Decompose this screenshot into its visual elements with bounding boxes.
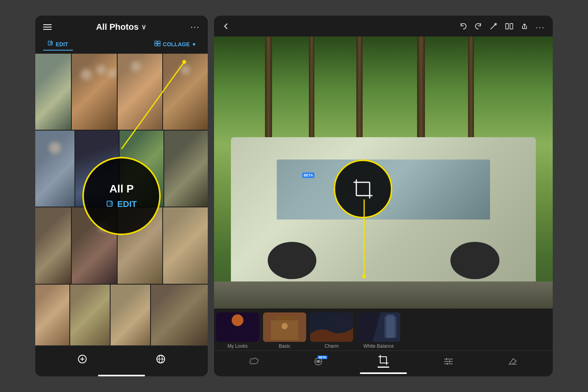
- svg-rect-36: [380, 357, 387, 363]
- grid-cell-person[interactable]: [35, 131, 74, 207]
- left-panel: All Photos ∨ ··· EDIT: [35, 16, 208, 376]
- more-options-icon[interactable]: ···: [191, 22, 200, 32]
- charm-label: Charm: [325, 343, 339, 349]
- grid-cell-catface[interactable]: [111, 285, 150, 345]
- grid-cell-room[interactable]: [35, 207, 71, 283]
- back-button[interactable]: [222, 22, 230, 32]
- svg-point-45: [448, 360, 451, 363]
- hamburger-icon[interactable]: [43, 24, 52, 30]
- edit-tab-icon: [48, 41, 53, 47]
- svg-point-44: [445, 358, 448, 360]
- crop-active-indicator: [377, 367, 389, 368]
- more-options-right-icon[interactable]: ···: [535, 22, 545, 33]
- svg-rect-1: [154, 41, 157, 44]
- eraser-tool-button[interactable]: [508, 357, 518, 366]
- svg-point-25: [232, 314, 243, 326]
- grid-cell-car[interactable]: [35, 54, 71, 130]
- grid-cell-shoe[interactable]: [35, 285, 69, 345]
- white-balance-thumbnail: [357, 312, 400, 342]
- tool-charm[interactable]: Charm: [308, 312, 355, 349]
- collage-tab-label: COLLAGE: [163, 41, 190, 47]
- share-button[interactable]: [521, 22, 528, 32]
- right-header-actions: ···: [459, 22, 545, 33]
- globe-icon[interactable]: [153, 351, 169, 367]
- collage-active-dot: [193, 43, 195, 45]
- basic-label: Basic: [279, 343, 290, 349]
- my-looks-label: My Looks: [227, 343, 247, 349]
- right-header: ···: [214, 16, 553, 36]
- grid-cell-restaurant3[interactable]: [163, 54, 208, 130]
- collage-tab-icon: [154, 41, 161, 47]
- tab-edit[interactable]: EDIT: [43, 38, 73, 51]
- tab-collage[interactable]: COLLAGE: [150, 38, 200, 51]
- main-container: All Photos ∨ ··· EDIT: [35, 16, 553, 376]
- svg-rect-28: [275, 316, 294, 320]
- grid-cell-catface2[interactable]: [151, 285, 208, 345]
- left-bottom-bar: [35, 345, 208, 372]
- grid-cell-restaurant1[interactable]: [72, 54, 116, 130]
- svg-rect-3: [154, 44, 157, 46]
- grid-cell-cat2[interactable]: [163, 207, 208, 283]
- beta-badge: BETA: [302, 172, 315, 178]
- redo-button[interactable]: [474, 22, 482, 32]
- ai-beta-badge: BETA: [318, 356, 327, 359]
- chevron-down-icon: ∨: [141, 23, 146, 31]
- basic-thumbnail: [263, 312, 306, 342]
- svg-point-46: [446, 363, 448, 365]
- white-balance-label: White Balance: [363, 343, 394, 349]
- grid-row-4: [35, 285, 208, 345]
- tool-my-looks[interactable]: My Looks: [214, 312, 261, 349]
- home-indicator-left: [98, 375, 145, 376]
- grid-cell-prison[interactable]: [164, 131, 208, 207]
- svg-point-35: [317, 360, 319, 363]
- right-panel: ···: [214, 16, 553, 376]
- ai-tool-button[interactable]: BETA: [313, 357, 323, 366]
- svg-point-29: [281, 323, 288, 329]
- grid-cell-restaurant2[interactable]: [118, 54, 162, 130]
- svg-rect-15: [506, 24, 508, 29]
- annotation-circle-crop: [334, 160, 392, 218]
- magic-wand-icon[interactable]: [489, 22, 498, 33]
- bottom-icon-bar: BETA: [214, 350, 553, 371]
- split-view-icon[interactable]: [505, 22, 514, 33]
- charm-thumbnail: [310, 312, 353, 342]
- undo-button[interactable]: [459, 22, 467, 32]
- annotation-circle-edit: [82, 157, 161, 235]
- tool-white-balance[interactable]: White Balance: [355, 312, 402, 349]
- header-title[interactable]: All Photos ∨: [96, 22, 146, 32]
- crop-tool-button[interactable]: [377, 355, 389, 368]
- header-title-text: All Photos: [96, 22, 139, 32]
- home-indicator-right: [360, 372, 407, 374]
- tool-thumbnails: My Looks: [214, 309, 553, 350]
- my-looks-thumbnail: [216, 312, 259, 342]
- tab-bar: EDIT COLLAGE: [35, 36, 208, 54]
- svg-rect-33: [387, 314, 394, 338]
- grid-row-1: [35, 54, 208, 130]
- svg-rect-4: [158, 44, 160, 46]
- main-photo-area[interactable]: BETA: [214, 36, 553, 309]
- edit-tab-label: EDIT: [56, 41, 68, 47]
- cloud-tool-button[interactable]: [249, 357, 259, 366]
- add-button[interactable]: [74, 351, 90, 367]
- tool-basic[interactable]: Basic: [261, 312, 308, 349]
- sliders-tool-button[interactable]: [443, 357, 454, 366]
- left-header: All Photos ∨ ···: [35, 16, 208, 36]
- grid-cell-tabby[interactable]: [70, 285, 110, 345]
- svg-rect-2: [158, 41, 160, 44]
- right-header-left: [222, 22, 230, 32]
- bottom-tools-area: My Looks: [214, 309, 553, 376]
- svg-rect-16: [510, 24, 513, 29]
